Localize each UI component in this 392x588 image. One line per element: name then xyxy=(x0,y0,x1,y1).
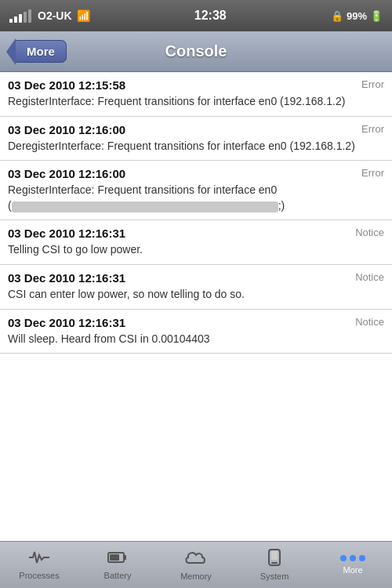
tab-memory-label: Memory xyxy=(180,572,212,581)
battery-tab-icon xyxy=(107,550,128,568)
back-button[interactable]: More xyxy=(6,38,67,65)
redacted-content xyxy=(12,201,278,212)
tab-battery[interactable]: Battery xyxy=(78,542,157,588)
log-header: 03 Dec 2010 12:16:00 Error xyxy=(8,167,384,180)
status-right: 🔒 99% 🔋 xyxy=(331,10,383,22)
log-entry: 03 Dec 2010 12:16:31 Notice Will sleep. … xyxy=(0,310,392,354)
log-message: Telling CSI to go low power. xyxy=(8,242,384,258)
log-level: Notice xyxy=(355,316,384,328)
console-log-area: 03 Dec 2010 12:15:58 Error RegisterInter… xyxy=(0,72,392,541)
log-header: 03 Dec 2010 12:16:31 Notice xyxy=(8,316,384,329)
tab-battery-label: Battery xyxy=(104,571,132,580)
tab-bar: Processes Battery Memory System xyxy=(0,541,392,588)
tab-system[interactable]: System xyxy=(235,542,314,588)
log-timestamp: 03 Dec 2010 12:16:31 xyxy=(8,316,125,329)
log-timestamp: 03 Dec 2010 12:16:00 xyxy=(8,167,125,180)
log-header: 03 Dec 2010 12:16:31 Notice xyxy=(8,227,384,240)
log-level: Notice xyxy=(355,227,384,238)
log-level: Error xyxy=(361,167,384,179)
log-entry: 03 Dec 2010 12:16:31 Notice Telling CSI … xyxy=(0,220,392,265)
log-header: 03 Dec 2010 12:16:31 Notice xyxy=(8,271,384,285)
back-button-label[interactable]: More xyxy=(16,40,67,63)
battery-icon: 🔋 xyxy=(370,10,383,22)
tab-processes[interactable]: Processes xyxy=(0,542,78,588)
lock-icon: 🔒 xyxy=(331,10,343,22)
log-message: Will sleep. Heard from CSI in 0.00104403 xyxy=(8,332,384,347)
log-message: DeregisterInterface: Frequent transition… xyxy=(8,139,384,154)
tab-system-label: System xyxy=(260,572,289,581)
log-message: RegisterInterface: Frequent transitions … xyxy=(8,183,384,213)
log-level: Error xyxy=(361,78,384,90)
status-left: O2-UK 📶 xyxy=(9,9,90,23)
pulse-icon xyxy=(29,550,49,568)
tab-more[interactable]: More xyxy=(314,542,392,588)
page-title: Console xyxy=(165,42,227,60)
svg-rect-4 xyxy=(271,562,278,564)
log-header: 03 Dec 2010 12:15:58 Error xyxy=(8,78,384,92)
log-message: RegisterInterface: Frequent transitions … xyxy=(8,94,384,110)
log-entry: 03 Dec 2010 12:15:58 Error RegisterInter… xyxy=(0,72,392,117)
wifi-icon: 📶 xyxy=(77,9,90,22)
svg-rect-2 xyxy=(110,554,119,561)
tab-more-label: More xyxy=(343,565,362,575)
log-entry: 03 Dec 2010 12:16:00 Error DeregisterInt… xyxy=(0,117,392,162)
svg-rect-1 xyxy=(124,555,126,560)
log-message: CSI can enter low power, so now telling … xyxy=(8,287,384,303)
log-entry: 03 Dec 2010 12:16:00 Error RegisterInter… xyxy=(0,161,392,220)
tab-memory[interactable]: Memory xyxy=(157,542,235,588)
svg-rect-5 xyxy=(271,551,278,560)
status-bar: O2-UK 📶 12:38 🔒 99% 🔋 xyxy=(0,0,392,31)
log-entry: 03 Dec 2010 12:16:31 Notice CSI can ente… xyxy=(0,265,392,310)
phone-icon xyxy=(266,549,283,569)
log-timestamp: 03 Dec 2010 12:16:31 xyxy=(8,271,125,285)
carrier-label: O2-UK xyxy=(38,9,72,22)
log-level: Notice xyxy=(355,271,384,283)
tab-processes-label: Processes xyxy=(19,571,59,580)
status-time: 12:38 xyxy=(194,9,227,23)
log-timestamp: 03 Dec 2010 12:16:00 xyxy=(8,123,125,136)
log-timestamp: 03 Dec 2010 12:16:31 xyxy=(8,227,125,240)
more-dots-icon xyxy=(340,555,365,561)
back-arrow-icon xyxy=(6,38,16,65)
battery-label: 99% xyxy=(347,10,367,22)
log-level: Error xyxy=(361,123,384,135)
nav-bar: More Console xyxy=(0,31,392,72)
cloud-icon xyxy=(184,549,208,569)
log-header: 03 Dec 2010 12:16:00 Error xyxy=(8,123,384,136)
log-timestamp: 03 Dec 2010 12:15:58 xyxy=(8,78,125,92)
signal-icon xyxy=(9,9,31,23)
